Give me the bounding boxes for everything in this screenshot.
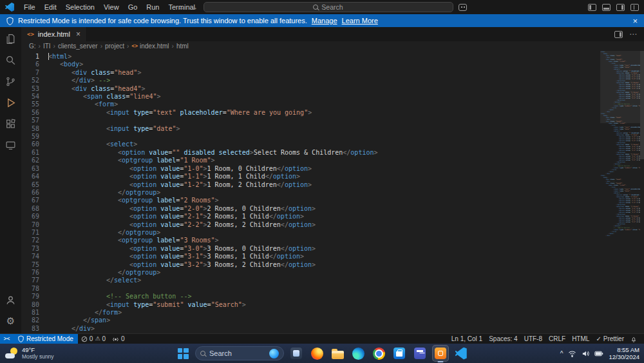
line-number: 67 <box>21 197 48 204</box>
problems-status[interactable]: 0 ⚠ 0 <box>78 334 109 344</box>
line-number: 78 <box>21 285 48 293</box>
line-number: 77 <box>21 277 48 284</box>
taskbar-center: Search <box>175 344 469 363</box>
menu-edit[interactable]: Edit <box>40 0 61 14</box>
language-mode[interactable]: HTML <box>569 334 592 344</box>
search-icon <box>313 5 318 10</box>
explorer-icon[interactable] <box>3 31 19 46</box>
taskbar-icon-store[interactable] <box>391 345 408 362</box>
weather-widget[interactable]: 49°F Mostly sunny <box>5 347 54 360</box>
split-editor-icon[interactable] <box>614 31 623 38</box>
editor[interactable]: 1<html>6<body>7<div class="head">52</div… <box>21 51 644 333</box>
network-icon[interactable] <box>568 350 576 357</box>
command-center-search[interactable]: Search <box>204 2 453 12</box>
line-number: 53 <box>21 85 48 93</box>
breadcrumb-item-index-html[interactable]: <>index.html <box>131 43 169 50</box>
toggle-secondary-sidebar-icon[interactable] <box>616 4 625 11</box>
windows-logo-icon <box>178 348 189 359</box>
encoding-status[interactable]: UTF-8 <box>521 334 545 344</box>
volume-icon[interactable] <box>582 350 589 357</box>
menu-go[interactable]: Go <box>124 0 142 14</box>
editor-scrollbar[interactable] <box>640 51 644 333</box>
source-control-icon[interactable] <box>3 74 19 89</box>
banner-close-icon[interactable]: × <box>632 16 638 26</box>
error-count: 0 <box>90 335 93 342</box>
breadcrumb-item-project[interactable]: project <box>105 43 124 50</box>
taskbar-icon-chrome[interactable] <box>370 345 387 362</box>
tab-close-icon[interactable]: × <box>76 30 80 39</box>
hidden-icons-chevron[interactable]: ^ <box>560 350 564 357</box>
taskbar-icon-edge[interactable] <box>350 345 366 362</box>
taskbar-icon-file-explorer[interactable] <box>329 345 346 362</box>
more-actions-icon[interactable]: ⋯ <box>629 30 638 39</box>
chevron-right-icon: › <box>39 43 41 50</box>
chevron-right-icon: › <box>127 43 129 50</box>
battery-icon[interactable] <box>594 351 603 357</box>
customize-layout-icon[interactable] <box>630 4 639 11</box>
extensions-icon[interactable] <box>3 116 19 132</box>
back-button[interactable]: ← <box>178 0 185 14</box>
line-number: 55 <box>21 101 48 108</box>
taskbar-icon-app-orange[interactable] <box>432 345 449 362</box>
ports-status[interactable]: 0 <box>109 334 128 344</box>
restricted-mode-status[interactable]: Restricted Mode <box>14 334 78 344</box>
taskbar-icon-teams[interactable] <box>412 345 428 362</box>
formatter-status[interactable]: ✓Prettier <box>592 334 627 344</box>
clock-widget[interactable]: 8:55 AM 12/30/2024 <box>609 346 639 360</box>
line-number: 79 <box>21 293 48 300</box>
taskbar-search-label: Search <box>209 349 232 357</box>
copilot-icon[interactable] <box>459 4 467 11</box>
taskbar-icon-vscode[interactable] <box>453 345 469 362</box>
toggle-panel-icon[interactable] <box>602 4 611 11</box>
menu-view[interactable]: View <box>99 0 124 14</box>
run-debug-icon[interactable] <box>3 95 19 110</box>
chevron-right-icon: › <box>100 43 102 50</box>
taskbar-icon-firefox[interactable] <box>308 345 325 362</box>
remote-explorer-icon[interactable] <box>3 137 19 153</box>
restricted-mode-banner: Restricted Mode is intended for safe cod… <box>0 14 644 27</box>
notifications-bell[interactable] <box>627 334 640 344</box>
chevron-right-icon: › <box>172 43 174 50</box>
code-lines[interactable]: 1<html>6<body>7<div class="head">52</div… <box>21 51 644 333</box>
banner-text: Restricted Mode is intended for safe cod… <box>18 17 307 25</box>
vscode-logo-icon[interactable] <box>5 3 14 12</box>
taskbar-search[interactable]: Search <box>195 346 284 360</box>
toggle-sidebar-icon[interactable] <box>588 4 596 11</box>
forward-button[interactable]: → <box>191 0 198 14</box>
start-button[interactable] <box>175 345 191 362</box>
breadcrumb-item-clients-server[interactable]: clients_server <box>58 43 98 50</box>
menu-selection[interactable]: Selection <box>61 0 99 14</box>
ports-count: 0 <box>121 335 125 342</box>
scrollbar-thumb[interactable] <box>640 51 644 159</box>
learn-more-link[interactable]: Learn More <box>342 17 378 25</box>
eol-status[interactable]: CRLF <box>545 334 569 344</box>
line-number: 1 <box>21 53 48 61</box>
line-number: 71 <box>21 229 48 237</box>
menu-run[interactable]: Run <box>142 0 164 14</box>
line-number: 76 <box>21 269 48 277</box>
manage-link[interactable]: Manage <box>312 17 337 25</box>
search-label: Search <box>321 3 343 11</box>
breadcrumb-item-g-[interactable]: G: <box>29 43 36 50</box>
account-icon[interactable] <box>3 292 19 308</box>
cursor-position[interactable]: Ln 1, Col 1 <box>448 334 486 344</box>
shield-icon <box>18 335 24 342</box>
breadcrumb-item-html[interactable]: html <box>176 43 189 50</box>
tab-index-html[interactable]: <> index.html × <box>21 27 87 41</box>
remote-indicator[interactable]: >< <box>0 334 14 344</box>
vscode-window: FileEditSelectionViewGoRunTerminalHelp ←… <box>0 0 644 363</box>
line-number: 75 <box>21 261 48 269</box>
chevron-right-icon: › <box>53 43 55 50</box>
taskbar-icon-task-view[interactable] <box>288 345 305 362</box>
check-icon: ✓ <box>596 335 601 342</box>
activity-bar: ⚙ <box>0 27 21 333</box>
indentation-status[interactable]: Spaces: 4 <box>486 334 520 344</box>
menu-file[interactable]: File <box>19 0 40 14</box>
search-sidebar-icon[interactable] <box>3 52 19 68</box>
settings-gear-icon[interactable]: ⚙ <box>3 313 19 328</box>
tab-label: index.html <box>38 30 70 38</box>
tray-time: 8:55 AM <box>609 346 639 353</box>
minimap-content[interactable]: <html><body><div class="head"></div> -->… <box>600 51 640 333</box>
taskbar-apps <box>288 345 469 362</box>
breadcrumb-item-iti[interactable]: ITI <box>43 43 51 50</box>
